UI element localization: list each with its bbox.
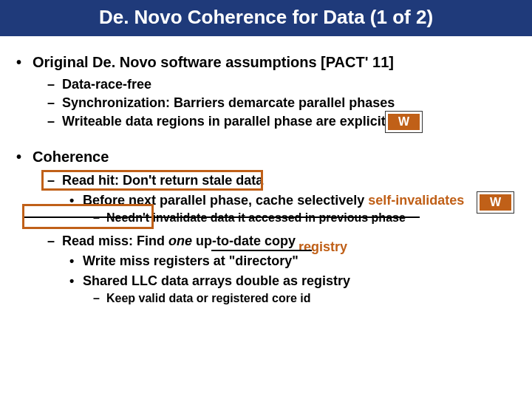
- bullet-dot: •: [69, 253, 83, 269]
- bullet-l3: • Write miss registers at "directory": [69, 253, 516, 269]
- text: Keep valid data or registered core id: [106, 292, 311, 305]
- bullet-l2: – Synchronization: Barriers demarcate pa…: [47, 95, 516, 111]
- bullet-l1: • Coherence: [16, 149, 516, 166]
- text: Coherence: [33, 149, 109, 166]
- bullet-dot: •: [69, 193, 83, 208]
- bullet-l2: – Writeable data regions in parallel pha…: [47, 114, 516, 129]
- bullet-dot: •: [69, 273, 83, 289]
- text: Data-race-free: [62, 77, 151, 92]
- slide-content: • Original De. Novo software assumptions…: [0, 36, 532, 305]
- strikethrough: [22, 216, 420, 218]
- text: Read hit: Don't return stale data: [62, 173, 263, 188]
- registry-label: registry: [299, 239, 347, 255]
- bullet-dash: –: [47, 173, 62, 188]
- bullet-l2: – Data-race-free: [47, 77, 516, 92]
- text-orange: self-invalidates: [368, 193, 464, 208]
- text: Before next parallel phase, cache select…: [83, 193, 464, 208]
- text-part: Read miss: Find: [62, 233, 168, 248]
- bullet-dash: –: [93, 292, 106, 305]
- bullet-l4: – Needn't invalidate data it accessed in…: [93, 211, 516, 225]
- strikethrough-short: [211, 250, 312, 251]
- bullet-dash: –: [47, 233, 62, 249]
- bullet-l4: – Keep valid data or registered core id: [93, 292, 516, 305]
- bullet-dot: •: [16, 149, 33, 166]
- bullet-l3: • Before next parallel phase, cache sele…: [69, 193, 516, 208]
- text-part: up-to-date copy: [192, 233, 296, 248]
- text: Shared LLC data arrays double as registr…: [83, 273, 350, 289]
- w-badge: W: [477, 192, 514, 213]
- text-part: Before next parallel phase, cache select…: [83, 193, 368, 208]
- text: Needn't invalidate data it accessed in p…: [106, 211, 406, 225]
- bullet-l2: – Read miss: Find one up-to-date copy re…: [47, 233, 516, 249]
- slide-title: De. Novo Coherence for Data (1 of 2): [0, 0, 532, 36]
- bullet-dot: •: [16, 54, 33, 71]
- text: Original De. Novo software assumptions […: [33, 54, 394, 71]
- bullet-l3: • Shared LLC data arrays double as regis…: [69, 273, 516, 289]
- bullet-dash: –: [47, 114, 62, 129]
- bullet-dash: –: [93, 211, 106, 225]
- bullet-dash: –: [47, 77, 62, 92]
- bullet-dash: –: [47, 95, 62, 111]
- text-italic: one: [168, 233, 192, 248]
- text: Synchronization: Barriers demarcate para…: [62, 95, 395, 111]
- text: Write miss registers at "directory": [83, 253, 299, 269]
- text: Read miss: Find one up-to-date copy: [62, 233, 296, 249]
- bullet-l1: • Original De. Novo software assumptions…: [16, 54, 516, 71]
- w-badge: W: [386, 112, 422, 132]
- bullet-l2: – Read hit: Don't return stale data: [47, 173, 516, 188]
- text: Writeable data regions in parallel phase…: [62, 114, 386, 129]
